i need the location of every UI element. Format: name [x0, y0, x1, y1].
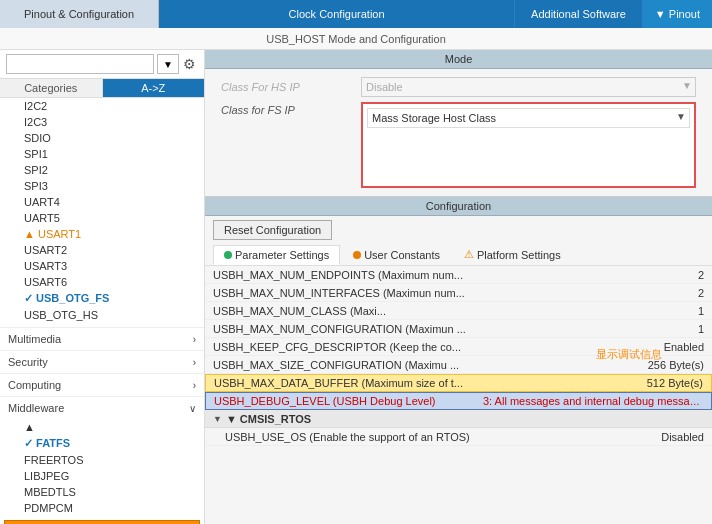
- list-item-fatfs[interactable]: ✓ FATFS: [0, 435, 204, 452]
- list-item[interactable]: USART2: [0, 242, 204, 258]
- chevron-right-icon: ›: [193, 380, 196, 391]
- chevron-right-icon: ›: [193, 334, 196, 345]
- list-item[interactable]: I2C3: [0, 114, 204, 130]
- param-name: USBH_MAX_NUM_CLASS (Maxi...: [213, 305, 654, 317]
- param-name: USBH_MAX_NUM_CONFIGURATION (Maximun ...: [213, 323, 654, 335]
- gear-icon[interactable]: ⚙: [182, 55, 198, 73]
- list-item[interactable]: SPI1: [0, 146, 204, 162]
- param-value: 3: All messages and internal debug messa…: [483, 395, 703, 407]
- reset-config-button[interactable]: Reset Configuration: [213, 220, 332, 240]
- clock-config-tab[interactable]: Clock Configuration: [159, 0, 514, 28]
- param-name: USBH_MAX_NUM_ENDPOINTS (Maximum num...: [213, 269, 654, 281]
- list-item-usart1[interactable]: ▲ USART1: [0, 226, 204, 242]
- mode-header: Mode: [205, 50, 712, 69]
- list-item[interactable]: MBEDTLS: [0, 484, 204, 500]
- pinout-right-tab[interactable]: ▼ Pinout: [642, 0, 712, 28]
- chevron-down-icon: ▼: [213, 414, 222, 424]
- table-row-selected[interactable]: USBH_DEBUG_LEVEL (USBH Debug Level) 3: A…: [205, 392, 712, 410]
- param-value: 512 Byte(s): [623, 377, 703, 389]
- param-value: 1: [654, 305, 704, 317]
- table-row[interactable]: USBH_MAX_NUM_INTERFACES (Maximun num... …: [205, 284, 712, 302]
- list-item[interactable]: I2C2: [0, 98, 204, 114]
- config-section: Configuration Reset Configuration Parame…: [205, 197, 712, 524]
- param-value: Enabled: [624, 341, 704, 353]
- list-item[interactable]: SPI2: [0, 162, 204, 178]
- list-item[interactable]: SDIO: [0, 130, 204, 146]
- list-item[interactable]: USB_OTG_HS: [0, 307, 204, 323]
- table-row[interactable]: USBH_MAX_NUM_CONFIGURATION (Maximun ... …: [205, 320, 712, 338]
- search-input[interactable]: [6, 54, 154, 74]
- class-hs-ip-label: Class For HS IP: [221, 81, 361, 93]
- section-label: ▼ CMSIS_RTOS: [226, 413, 311, 425]
- list-item[interactable]: ▲: [0, 419, 204, 435]
- mode-section: Mode Class For HS IP Disable ▼: [205, 50, 712, 197]
- search-dropdown[interactable]: ▼: [157, 54, 179, 74]
- right-panel: Mode Class For HS IP Disable ▼: [205, 50, 712, 524]
- param-value: 2: [654, 269, 704, 281]
- list-item[interactable]: USART3: [0, 258, 204, 274]
- param-name: USBH_MAX_DATA_BUFFER (Maximum size of t.…: [214, 377, 623, 389]
- param-value: 2: [654, 287, 704, 299]
- param-name: USBH_KEEP_CFG_DESCRIPTOR (Keep the co...: [213, 341, 624, 353]
- table-row[interactable]: USBH_MAX_SIZE_CONFIGURATION (Maximu ... …: [205, 356, 712, 374]
- table-row[interactable]: USBH_MAX_NUM_CLASS (Maxi... 1: [205, 302, 712, 320]
- tab-parameter-settings[interactable]: Parameter Settings: [213, 245, 340, 265]
- list-item[interactable]: USART6: [0, 274, 204, 290]
- warning-icon: ⚠: [464, 248, 474, 261]
- param-value: 256 Byte(s): [624, 359, 704, 371]
- dot-orange-icon: [353, 251, 361, 259]
- sidebar-item-usb-host[interactable]: ▶ ▶ USB_HOST: [4, 520, 200, 524]
- params-table: 显示调试信息 USBH_MAX_NUM_ENDPOINTS (Maximum n…: [205, 266, 712, 524]
- config-header: Configuration: [205, 197, 712, 216]
- sidebar-section-security[interactable]: Security ›: [0, 350, 204, 373]
- table-row[interactable]: USBH_KEEP_CFG_DESCRIPTOR (Keep the co...…: [205, 338, 712, 356]
- pinout-config-tab[interactable]: Pinout & Configuration: [0, 0, 159, 28]
- sidebar-section-middleware[interactable]: Middleware ∨: [0, 396, 204, 419]
- tab-categories[interactable]: Categories: [0, 79, 103, 97]
- sidebar-section-computing[interactable]: Computing ›: [0, 373, 204, 396]
- param-value: 1: [654, 323, 704, 335]
- table-row-highlighted[interactable]: USBH_MAX_DATA_BUFFER (Maximum size of t.…: [205, 374, 712, 392]
- dot-green-icon: [224, 251, 232, 259]
- list-item[interactable]: FREERTOS: [0, 452, 204, 468]
- table-row[interactable]: USBH_MAX_NUM_ENDPOINTS (Maximum num... 2: [205, 266, 712, 284]
- class-fs-ip-label: Class for FS IP: [221, 102, 361, 116]
- param-name: USBH_MAX_NUM_INTERFACES (Maximun num...: [213, 287, 654, 299]
- tab-user-constants[interactable]: User Constants: [342, 245, 451, 265]
- sidebar: ▼ ⚙ Categories A->Z I2C2 I2C3 SDIO SPI1 …: [0, 50, 205, 524]
- chevron-down-icon: ∨: [189, 403, 196, 414]
- param-name: USBH_USE_OS (Enable the support of an RT…: [225, 431, 644, 443]
- section-row-cmsis[interactable]: ▼ ▼ CMSIS_RTOS: [205, 410, 712, 428]
- list-item[interactable]: UART5: [0, 210, 204, 226]
- param-name: USBH_MAX_SIZE_CONFIGURATION (Maximu ...: [213, 359, 624, 371]
- param-value: Disabled: [644, 431, 704, 443]
- class-fs-ip-select[interactable]: Mass Storage Host Class: [367, 108, 690, 128]
- sidebar-section-multimedia[interactable]: Multimedia ›: [0, 327, 204, 350]
- table-row[interactable]: USBH_USE_OS (Enable the support of an RT…: [205, 428, 712, 446]
- tab-a-to-z[interactable]: A->Z: [103, 79, 205, 97]
- list-item[interactable]: UART4: [0, 194, 204, 210]
- chevron-right-icon: ›: [193, 357, 196, 368]
- class-hs-ip-select[interactable]: Disable: [361, 77, 696, 97]
- list-item[interactable]: PDMPCM: [0, 500, 204, 516]
- param-name: USBH_DEBUG_LEVEL (USBH Debug Level): [214, 395, 483, 407]
- sidebar-list: I2C2 I2C3 SDIO SPI1 SPI2 SPI3 UART4 UART…: [0, 98, 204, 524]
- list-item[interactable]: LIBJPEG: [0, 468, 204, 484]
- tab-platform-settings[interactable]: ⚠ Platform Settings: [453, 244, 572, 265]
- page-subtitle: USB_HOST Mode and Configuration: [0, 28, 712, 50]
- additional-software-tab[interactable]: Additional Software: [514, 0, 642, 28]
- list-item-usb-otg-fs[interactable]: ✓ USB_OTG_FS: [0, 290, 204, 307]
- list-item[interactable]: SPI3: [0, 178, 204, 194]
